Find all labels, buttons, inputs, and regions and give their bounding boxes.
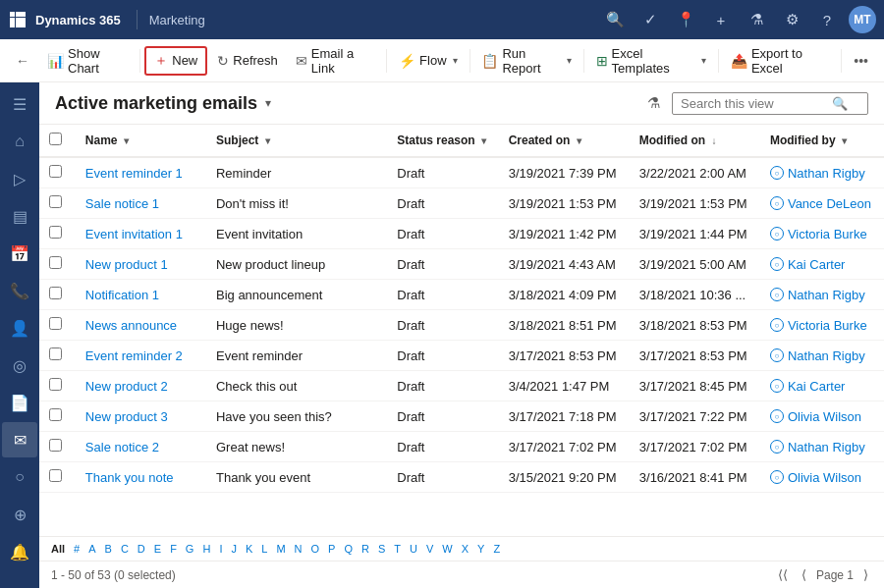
- row-checkbox[interactable]: [49, 226, 62, 239]
- excel-templates-button[interactable]: ⊞ Excel Templates ▾: [588, 42, 714, 80]
- row-name[interactable]: New product 1: [76, 249, 206, 280]
- sidebar-circle-icon[interactable]: ○: [2, 459, 37, 495]
- next-page-button[interactable]: ⟩: [859, 565, 872, 584]
- row-checkbox[interactable]: [49, 317, 62, 330]
- export-excel-button[interactable]: 📤 Export to Excel: [723, 42, 837, 80]
- alpha-J[interactable]: J: [227, 541, 241, 557]
- complete-icon[interactable]: ✓: [636, 6, 664, 33]
- alpha-R[interactable]: R: [358, 541, 373, 557]
- row-checkbox[interactable]: [49, 347, 62, 360]
- view-title-chevron-icon[interactable]: ▾: [265, 96, 271, 110]
- user-name[interactable]: Nathan Rigby: [788, 440, 865, 454]
- search-submit-icon[interactable]: 🔍: [832, 96, 848, 111]
- sidebar-menu-icon[interactable]: ☰: [2, 86, 37, 122]
- alpha-G[interactable]: G: [182, 541, 198, 557]
- user-name[interactable]: Vance DeLeon: [788, 196, 871, 211]
- alpha-all[interactable]: All: [47, 541, 69, 557]
- sidebar-play-icon[interactable]: ▷: [2, 161, 37, 196]
- sidebar-target-icon[interactable]: ◎: [2, 347, 37, 383]
- row-checkbox[interactable]: [49, 439, 62, 452]
- row-name[interactable]: Event invitation 1: [76, 219, 206, 249]
- prev-page-button[interactable]: ⟨: [798, 565, 810, 584]
- flow-button[interactable]: ⚡ Flow ▾: [391, 49, 465, 73]
- search-icon[interactable]: 🔍: [601, 6, 629, 33]
- refresh-button[interactable]: ↻ Refresh: [209, 49, 286, 73]
- row-name[interactable]: News announce: [76, 310, 206, 341]
- alpha-#[interactable]: #: [70, 541, 83, 557]
- alpha-E[interactable]: E: [150, 541, 165, 557]
- app-grid-icon[interactable]: [8, 10, 28, 29]
- run-report-button[interactable]: 📋 Run Report ▾: [473, 42, 579, 80]
- row-name[interactable]: Event reminder 2: [76, 341, 206, 371]
- sidebar-calendar-icon[interactable]: 📅: [2, 236, 37, 271]
- sidebar-doc-icon[interactable]: 📄: [2, 385, 37, 420]
- alpha-V[interactable]: V: [422, 541, 437, 557]
- row-checkbox[interactable]: [49, 165, 62, 178]
- alpha-O[interactable]: O: [307, 541, 324, 557]
- row-name[interactable]: Event reminder 1: [76, 157, 206, 188]
- help-icon[interactable]: ?: [813, 6, 841, 33]
- row-checkbox[interactable]: [49, 256, 62, 269]
- user-name[interactable]: Nathan Rigby: [788, 288, 865, 302]
- user-name[interactable]: Kai Carter: [788, 379, 846, 394]
- alpha-B[interactable]: B: [101, 541, 116, 557]
- sidebar-plus-icon[interactable]: ⊕: [2, 497, 37, 532]
- alpha-P[interactable]: P: [324, 541, 339, 557]
- select-all-checkbox[interactable]: [49, 133, 62, 145]
- back-button[interactable]: ←: [8, 49, 37, 73]
- new-button[interactable]: ＋ New: [144, 46, 207, 76]
- alpha-X[interactable]: X: [458, 541, 472, 557]
- alpha-W[interactable]: W: [438, 541, 456, 557]
- col-modified-header[interactable]: Modified on ↓: [630, 125, 760, 157]
- alpha-Z[interactable]: Z: [489, 541, 504, 557]
- sidebar-bell-icon[interactable]: 🔔: [2, 534, 37, 569]
- user-name[interactable]: Nathan Rigby: [788, 166, 865, 181]
- alpha-M[interactable]: M: [272, 541, 289, 557]
- user-name[interactable]: Victoria Burke: [788, 318, 867, 333]
- sidebar-email-icon[interactable]: ✉: [2, 422, 37, 457]
- row-name[interactable]: Notification 1: [76, 280, 206, 310]
- user-name[interactable]: Victoria Burke: [788, 227, 867, 241]
- row-checkbox[interactable]: [49, 195, 62, 208]
- row-checkbox[interactable]: [49, 408, 62, 421]
- row-checkbox[interactable]: [49, 469, 62, 482]
- add-icon[interactable]: +: [707, 6, 735, 33]
- alpha-F[interactable]: F: [166, 541, 181, 557]
- col-subject-header[interactable]: Subject ▾: [206, 125, 387, 157]
- user-name[interactable]: Olivia Wilson: [788, 470, 861, 485]
- user-name[interactable]: Kai Carter: [788, 257, 846, 272]
- sidebar-home-icon[interactable]: ⌂: [2, 124, 37, 159]
- alpha-L[interactable]: L: [257, 541, 271, 557]
- row-name[interactable]: New product 2: [76, 371, 206, 401]
- alpha-C[interactable]: C: [117, 541, 133, 557]
- col-name-header[interactable]: Name ▾: [76, 125, 206, 157]
- alpha-S[interactable]: S: [374, 541, 389, 557]
- sidebar-list-icon[interactable]: ▤: [2, 198, 37, 234]
- alpha-I[interactable]: I: [215, 541, 226, 557]
- col-status-header[interactable]: Status reason ▾: [387, 125, 498, 157]
- alpha-T[interactable]: T: [390, 541, 405, 557]
- email-link-button[interactable]: ✉ Email a Link: [288, 42, 382, 80]
- location-icon[interactable]: 📍: [672, 6, 699, 33]
- alpha-Y[interactable]: Y: [473, 541, 488, 557]
- col-check-header[interactable]: [39, 125, 76, 157]
- user-name[interactable]: Nathan Rigby: [788, 348, 865, 363]
- row-name[interactable]: Sale notice 1: [76, 188, 206, 219]
- first-page-button[interactable]: ⟨⟨: [774, 565, 792, 584]
- row-name[interactable]: Thank you note: [76, 462, 206, 493]
- alpha-U[interactable]: U: [406, 541, 421, 557]
- row-name[interactable]: New product 3: [76, 401, 206, 432]
- settings-icon[interactable]: ⚙: [778, 6, 805, 33]
- col-modby-header[interactable]: Modified by ▾: [760, 125, 884, 157]
- sidebar-phone-icon[interactable]: 📞: [2, 273, 37, 308]
- avatar[interactable]: MT: [849, 6, 876, 33]
- user-name[interactable]: Olivia Wilson: [788, 409, 861, 424]
- search-input[interactable]: [681, 96, 828, 111]
- col-created-header[interactable]: Created on ▾: [499, 125, 630, 157]
- alpha-H[interactable]: H: [198, 541, 214, 557]
- alpha-D[interactable]: D: [134, 541, 149, 557]
- alpha-N[interactable]: N: [291, 541, 306, 557]
- alpha-Q[interactable]: Q: [340, 541, 357, 557]
- row-checkbox[interactable]: [49, 287, 62, 299]
- filter-icon[interactable]: ⚗: [743, 6, 770, 33]
